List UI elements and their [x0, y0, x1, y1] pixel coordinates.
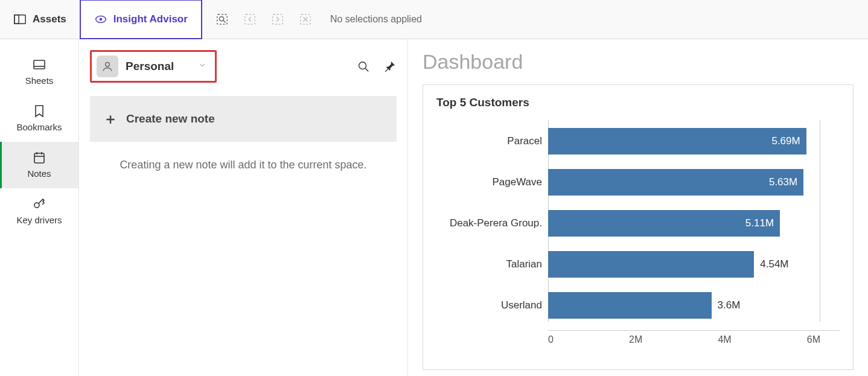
- bar-category-label: Paracel: [436, 135, 542, 147]
- sidenav-item-notes[interactable]: Notes: [0, 142, 78, 188]
- nav-label: Sheets: [25, 75, 54, 86]
- sidenav-item-sheets[interactable]: Sheets: [0, 49, 78, 95]
- svg-line-21: [365, 68, 368, 71]
- selections-text: No selections applied: [330, 14, 422, 25]
- bar-value-label: 3.6M: [718, 299, 741, 311]
- bar-value-label: 5.69M: [771, 135, 800, 147]
- insight-advisor-icon: [94, 13, 107, 26]
- svg-rect-1: [14, 15, 19, 24]
- bar-category-label: Talarian: [436, 258, 542, 270]
- chevron-down-icon: [198, 61, 206, 72]
- bar-category-label: PageWave: [436, 176, 542, 188]
- bar-value-label: 5.63M: [769, 176, 797, 188]
- notes-icon: [32, 150, 46, 165]
- plus-icon: ＋: [103, 112, 118, 126]
- svg-line-6: [223, 21, 226, 23]
- bar-row: Deak-Perera Group.5.11M: [548, 207, 820, 240]
- svg-rect-14: [34, 153, 44, 163]
- pin-icon[interactable]: [383, 60, 397, 73]
- clear-selections-icon: [299, 13, 312, 26]
- svg-rect-12: [34, 60, 45, 69]
- nav-label: Bookmarks: [16, 122, 62, 132]
- bar-value-label: 4.54M: [760, 258, 788, 270]
- bar[interactable]: 5.63M: [548, 169, 803, 196]
- bar-category-label: Deak-Perera Group.: [436, 217, 542, 229]
- svg-point-20: [359, 62, 366, 69]
- bars-area: Paracel5.69MPageWave5.63MDeak-Perera Gro…: [548, 120, 840, 322]
- advisor-label: Insight Advisor: [113, 13, 188, 25]
- svg-point-19: [106, 62, 110, 66]
- axis-tick: 0: [548, 334, 554, 345]
- create-note-button[interactable]: ＋ Create new note: [90, 96, 397, 142]
- space-selector[interactable]: Personal: [90, 50, 217, 83]
- dashboard-title: Dashboard: [423, 50, 854, 74]
- bar-value-label: 5.11M: [745, 217, 774, 229]
- sheet-icon: [32, 57, 46, 72]
- svg-rect-8: [273, 14, 283, 25]
- sidenav-item-bookmarks[interactable]: Bookmarks: [0, 95, 78, 142]
- svg-point-18: [34, 203, 39, 208]
- chart-card: Top 5 Customers Paracel5.69MPageWave5.63…: [423, 84, 854, 370]
- svg-point-3: [99, 18, 102, 21]
- svg-point-5: [219, 16, 223, 21]
- keydrivers-icon: [32, 197, 46, 211]
- create-label: Create new note: [126, 112, 215, 126]
- step-back-icon: [243, 13, 257, 26]
- create-hint: Creating a new note will add it to the c…: [90, 159, 397, 171]
- bar-row: Paracel5.69M: [548, 125, 820, 158]
- selections-toolbar: No selections applied: [202, 0, 435, 39]
- space-label: Personal: [126, 60, 174, 73]
- user-icon: [97, 56, 118, 77]
- svg-rect-4: [217, 14, 228, 25]
- search-icon[interactable]: [357, 60, 370, 73]
- svg-rect-7: [245, 14, 255, 25]
- x-axis: 02M4M6M: [548, 330, 840, 345]
- axis-tick: 4M: [718, 334, 731, 345]
- assets-icon: [13, 13, 27, 26]
- nav-label: Key drivers: [16, 215, 62, 225]
- step-forward-icon: [271, 13, 284, 26]
- bar[interactable]: 5.69M: [548, 128, 806, 155]
- dashboard-panel: Dashboard Top 5 Customers Paracel5.69MPa…: [408, 39, 868, 376]
- chart-title: Top 5 Customers: [436, 96, 840, 109]
- notes-panel: Personal ＋ Create new note Creating a ne…: [79, 39, 408, 376]
- bookmark-icon: [32, 104, 46, 118]
- bar-category-label: Userland: [436, 299, 542, 311]
- bar-row: PageWave5.63M: [548, 166, 820, 199]
- svg-rect-0: [14, 15, 25, 24]
- bar[interactable]: 4.54M: [548, 251, 754, 278]
- bar-row: Userland3.6M: [548, 289, 820, 322]
- top-toolbar: Assets Insight Advisor No selections app…: [0, 0, 868, 39]
- sidenav-item-key-drivers[interactable]: Key drivers: [0, 188, 78, 235]
- side-nav: SheetsBookmarksNotesKey drivers: [0, 39, 79, 376]
- smart-search-icon[interactable]: [215, 13, 229, 26]
- axis-tick: 2M: [629, 334, 642, 345]
- bar-chart: Paracel5.69MPageWave5.63MDeak-Perera Gro…: [436, 120, 840, 345]
- bar[interactable]: 3.6M: [548, 292, 712, 319]
- bar[interactable]: 5.11M: [548, 210, 780, 237]
- assets-label: Assets: [33, 13, 66, 25]
- assets-button[interactable]: Assets: [0, 0, 80, 39]
- nav-label: Notes: [27, 168, 51, 179]
- insight-advisor-button[interactable]: Insight Advisor: [80, 0, 202, 39]
- axis-tick: 6M: [807, 334, 820, 345]
- bar-row: Talarian4.54M: [548, 248, 820, 281]
